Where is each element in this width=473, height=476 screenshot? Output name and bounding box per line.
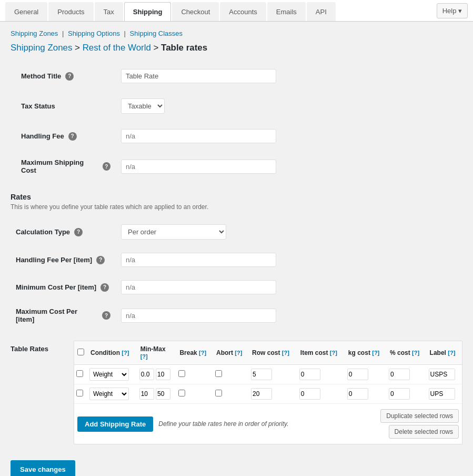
max-shipping-cost-label: Maximum Shipping Cost ? [11,151,116,182]
th-min-max: Min-Max [?] [137,341,177,365]
handling-fee-per-item-input[interactable] [121,253,276,267]
action-buttons: Duplicate selected rows Delete selected … [380,409,459,439]
tab-bar: General Products Tax Shipping Checkout A… [5,0,337,21]
method-title-cell [116,62,462,91]
condition-select-0[interactable]: Weight Price Item count [89,368,129,381]
handling-fee-help-icon[interactable]: ? [68,132,77,141]
abort-help-link[interactable]: [?] [235,350,242,356]
tab-general[interactable]: General [5,2,47,21]
abort-checkbox-1[interactable] [215,390,222,396]
sep1: | [62,29,66,37]
min-cost-per-item-input[interactable] [121,280,276,294]
breadcrumb-rest-of-world[interactable]: Rest of the World [83,43,151,53]
rates-table-wrapper: Condition [?] Min-Max [?] Break [?] [74,341,462,444]
item-cost-input-0[interactable] [299,369,320,380]
breadcrumb: Shipping Zones > Rest of the World > Tab… [11,43,462,53]
th-kg-cost: kg cost [?] [345,341,387,365]
percent-cost-input-0[interactable] [389,369,410,380]
shipping-options-link[interactable]: Shipping Options [68,29,120,37]
method-title-help-icon[interactable]: ? [65,72,74,81]
max-cost-per-item-input[interactable] [121,309,276,323]
abort-checkbox-0[interactable] [215,370,222,377]
breadcrumb-sep1: > [75,43,83,53]
rates-form-table: Calculation Type ? Per order Per item Pe… [11,218,462,330]
table-rates-label: Table Rates [11,341,63,353]
sub-nav: Shipping Zones | Shipping Options | Ship… [11,29,462,37]
row-cost-help-link[interactable]: [?] [282,350,289,356]
condition-select-1[interactable]: Weight Price Item count [89,388,129,400]
kg-cost-help-link[interactable]: [?] [372,350,379,356]
max-cost-per-item-help-icon[interactable]: ? [102,311,110,320]
min-cost-per-item-label: Minimum Cost Per [item] ? [11,274,116,301]
row-cost-input-1[interactable] [251,388,272,400]
tab-emails[interactable]: Emails [267,2,306,21]
delete-selected-button[interactable]: Delete selected rows [389,425,459,439]
row-checkbox-1[interactable] [76,390,83,396]
rates-table: Condition [?] Min-Max [?] Break [?] [74,341,462,404]
th-item-cost: Item cost [?] [297,341,345,365]
min-cost-per-item-cell [116,274,462,301]
break-checkbox-1[interactable] [178,390,185,396]
save-changes-button[interactable]: Save changes [11,460,75,476]
handling-fee-per-item-label: Handling Fee Per [item] ? [11,246,116,274]
kg-cost-input-1[interactable] [347,388,368,400]
tab-checkout[interactable]: Checkout [172,2,219,21]
tab-products[interactable]: Products [48,2,93,21]
label-input-0[interactable] [429,369,455,380]
calc-type-cell: Per order Per item Per class Per line [116,218,462,246]
min-cost-per-item-row: Minimum Cost Per [item] ? [11,274,462,301]
breadcrumb-current: Table rates [161,43,207,53]
kg-cost-input-0[interactable] [347,369,368,380]
condition-help-link[interactable]: [?] [122,350,129,356]
shipping-zones-link[interactable]: Shipping Zones [11,29,58,37]
help-button[interactable]: Help ▾ [437,3,468,18]
break-checkbox-0[interactable] [178,370,185,377]
th-percent-cost: % cost [?] [387,341,427,365]
footer-note: Define your table rates here in order of… [158,420,375,428]
min-cost-per-item-help-icon[interactable]: ? [100,283,109,292]
calc-type-row: Calculation Type ? Per order Per item Pe… [11,218,462,246]
min-input-1[interactable] [139,388,154,400]
th-condition: Condition [?] [87,341,137,365]
label-input-1[interactable] [429,388,455,400]
tab-accounts[interactable]: Accounts [220,2,266,21]
percent-cost-help-link[interactable]: [?] [412,350,419,356]
table-row: Weight Price Item count [74,384,462,404]
tax-status-select[interactable]: Taxable None [121,98,165,114]
method-title-input[interactable] [121,69,276,83]
shipping-classes-link[interactable]: Shipping Classes [130,29,183,37]
break-help-link[interactable]: [?] [199,350,206,356]
calc-type-select[interactable]: Per order Per item Per class Per line [121,224,226,240]
rates-table-footer: Add Shipping Rate Define your table rate… [74,404,462,444]
handling-fee-per-item-help-icon[interactable]: ? [96,256,105,264]
max-input-1[interactable] [156,388,170,400]
rates-table-header: Condition [?] Min-Max [?] Break [?] [74,341,462,365]
breadcrumb-shipping-zones[interactable]: Shipping Zones [11,43,72,53]
method-title-label: Method Title ? [11,62,116,91]
table-row: Weight Price Item count [74,365,462,384]
label-help-link[interactable]: [?] [448,350,455,356]
tab-api[interactable]: API [307,2,336,21]
row-cost-input-0[interactable] [251,369,272,380]
row-checkbox-0[interactable] [76,370,83,377]
min-max-help-link[interactable]: [?] [140,353,148,360]
min-input-0[interactable] [139,369,154,380]
select-all-checkbox[interactable] [77,349,84,355]
max-input-0[interactable] [156,369,170,380]
top-bar: General Products Tax Shipping Checkout A… [0,0,473,22]
handling-fee-per-item-cell [116,246,462,274]
calc-type-help-icon[interactable]: ? [74,228,83,236]
max-shipping-cost-input[interactable] [121,160,276,174]
duplicate-selected-button[interactable]: Duplicate selected rows [380,409,459,423]
max-shipping-cost-cell [116,151,462,182]
percent-cost-input-1[interactable] [389,388,410,400]
sep2: | [124,29,128,37]
add-shipping-rate-button[interactable]: Add Shipping Rate [77,417,153,432]
tab-tax[interactable]: Tax [95,2,123,21]
max-cost-per-item-row: Maximum Cost Per [item] ? [11,301,462,330]
item-cost-help-link[interactable]: [?] [330,350,337,356]
tab-shipping[interactable]: Shipping [124,2,172,21]
max-shipping-cost-help-icon[interactable]: ? [103,162,110,171]
item-cost-input-1[interactable] [299,388,320,400]
handling-fee-input[interactable] [121,129,276,143]
